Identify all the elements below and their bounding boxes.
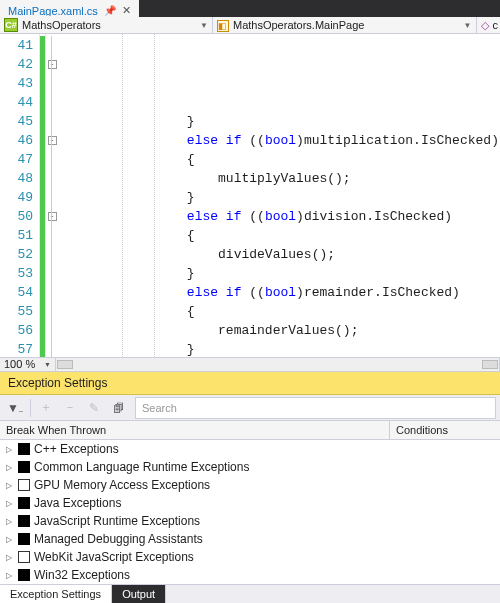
exception-row[interactable]: ▷Common Language Runtime Exceptions <box>0 458 500 476</box>
code-line[interactable]: { <box>62 226 500 245</box>
column-break-when-thrown[interactable]: Break When Thrown <box>0 421 390 439</box>
exception-label: JavaScript Runtime Exceptions <box>34 514 200 528</box>
tab-label: Output <box>122 588 155 600</box>
pin-icon[interactable]: 📌 <box>104 5 116 16</box>
code-line[interactable]: } <box>62 340 500 357</box>
checkbox[interactable] <box>18 461 30 473</box>
code-line[interactable]: else if ((bool)division.IsChecked) <box>62 207 500 226</box>
exception-label: Common Language Runtime Exceptions <box>34 460 249 474</box>
panel-toolbar: ▼_ ＋ － ✎ 🗐 Search <box>0 395 500 421</box>
remove-exception-button[interactable]: － <box>59 397 81 419</box>
panel-title: Exception Settings <box>0 372 500 395</box>
zoom-dropdown[interactable]: 100 % ▼ <box>0 358 56 371</box>
exception-row[interactable]: ▷Java Exceptions <box>0 494 500 512</box>
document-tabbar: MainPage.xaml.cs 📌 ✕ <box>0 0 500 17</box>
checkbox[interactable] <box>18 497 30 509</box>
chevron-down-icon: ▼ <box>44 361 51 368</box>
code-line[interactable]: multiplyValues(); <box>62 169 500 188</box>
expand-icon[interactable]: ▷ <box>4 463 14 472</box>
column-conditions[interactable]: Conditions <box>390 421 500 439</box>
tool-window-tabs: Exception Settings Output <box>0 584 500 603</box>
code-line[interactable]: remainderValues(); <box>62 321 500 340</box>
code-line[interactable]: { <box>62 302 500 321</box>
exception-label: C++ Exceptions <box>34 442 119 456</box>
class-dropdown[interactable]: ◧ MathsOperators.MainPage ▼ <box>213 17 477 33</box>
exception-row[interactable]: ▷Win32 Exceptions <box>0 566 500 584</box>
search-placeholder: Search <box>142 402 177 414</box>
zoom-value: 100 % <box>4 358 35 370</box>
exception-label: Win32 Exceptions <box>34 568 130 582</box>
tab-mainpage[interactable]: MainPage.xaml.cs 📌 ✕ <box>0 0 139 17</box>
edit-exception-button[interactable]: ✎ <box>83 397 105 419</box>
outline-gutter: --- <box>46 34 58 357</box>
expand-icon[interactable]: ▷ <box>4 535 14 544</box>
checkbox[interactable] <box>18 479 30 491</box>
code-line[interactable]: divideValues(); <box>62 245 500 264</box>
csharp-project-icon: C# <box>4 18 18 32</box>
code-line[interactable]: { <box>62 150 500 169</box>
outline-collapse-icon[interactable]: - <box>48 60 57 69</box>
code-line[interactable]: } <box>62 188 500 207</box>
exception-list: ▷C++ Exceptions▷Common Language Runtime … <box>0 440 500 584</box>
tab-output[interactable]: Output <box>112 585 166 603</box>
horizontal-scrollbar[interactable] <box>56 358 500 371</box>
exception-label: WebKit JavaScript Exceptions <box>34 550 194 564</box>
tab-label: MainPage.xaml.cs <box>8 5 98 17</box>
exception-row[interactable]: ▷C++ Exceptions <box>0 440 500 458</box>
exception-row[interactable]: ▷Managed Debugging Assistants <box>0 530 500 548</box>
restore-button[interactable]: 🗐 <box>107 397 129 419</box>
expand-icon[interactable]: ▷ <box>4 571 14 580</box>
line-number-gutter: 414243444546474849505152535455565758 <box>0 34 40 357</box>
exception-label: Managed Debugging Assistants <box>34 532 203 546</box>
tab-label: Exception Settings <box>10 588 101 600</box>
expand-icon[interactable]: ▷ <box>4 553 14 562</box>
expand-icon[interactable]: ▷ <box>4 517 14 526</box>
class-name: MathsOperators.MainPage <box>233 19 364 31</box>
code-area[interactable]: } else if ((bool)multiplication.IsChecke… <box>58 34 500 357</box>
outline-collapse-icon[interactable]: - <box>48 136 57 145</box>
checkbox[interactable] <box>18 569 30 581</box>
project-dropdown[interactable]: C# MathsOperators ▼ <box>0 17 213 33</box>
code-editor: 414243444546474849505152535455565758 ---… <box>0 34 500 357</box>
checkbox[interactable] <box>18 443 30 455</box>
expand-icon[interactable]: ▷ <box>4 481 14 490</box>
exception-row[interactable]: ▷GPU Memory Access Exceptions <box>0 476 500 494</box>
nav-dropdown-bar: C# MathsOperators ▼ ◧ MathsOperators.Mai… <box>0 17 500 34</box>
exception-row[interactable]: ▷WebKit JavaScript Exceptions <box>0 548 500 566</box>
checkbox[interactable] <box>18 551 30 563</box>
tab-exception-settings[interactable]: Exception Settings <box>0 585 112 603</box>
code-line[interactable]: else if ((bool)multiplication.IsChecked) <box>62 131 500 150</box>
outline-collapse-icon[interactable]: - <box>48 212 57 221</box>
checkbox[interactable] <box>18 533 30 545</box>
code-line[interactable]: } <box>62 112 500 131</box>
class-icon: ◧ <box>217 20 229 32</box>
member-icon: ◇ <box>481 19 489 32</box>
member-text: c <box>493 19 499 31</box>
add-exception-button[interactable]: ＋ <box>35 397 57 419</box>
checkbox[interactable] <box>18 515 30 527</box>
filter-button[interactable]: ▼_ <box>4 397 26 419</box>
code-line[interactable]: else if ((bool)remainder.IsChecked) <box>62 283 500 302</box>
exception-row[interactable]: ▷JavaScript Runtime Exceptions <box>0 512 500 530</box>
chevron-down-icon: ▼ <box>464 21 472 30</box>
expand-icon[interactable]: ▷ <box>4 445 14 454</box>
toolbar-separator <box>30 399 31 417</box>
exception-label: GPU Memory Access Exceptions <box>34 478 210 492</box>
search-input[interactable]: Search <box>135 397 496 419</box>
chevron-down-icon: ▼ <box>200 21 208 30</box>
code-line[interactable]: } <box>62 264 500 283</box>
editor-bottom-bar: 100 % ▼ <box>0 357 500 371</box>
expand-icon[interactable]: ▷ <box>4 499 14 508</box>
exception-label: Java Exceptions <box>34 496 121 510</box>
close-icon[interactable]: ✕ <box>122 4 131 17</box>
exception-settings-panel: Exception Settings ▼_ ＋ － ✎ 🗐 Search Bre… <box>0 371 500 584</box>
member-dropdown[interactable]: ◇ c <box>477 17 500 33</box>
exception-list-header: Break When Thrown Conditions <box>0 421 500 440</box>
project-name: MathsOperators <box>22 19 101 31</box>
